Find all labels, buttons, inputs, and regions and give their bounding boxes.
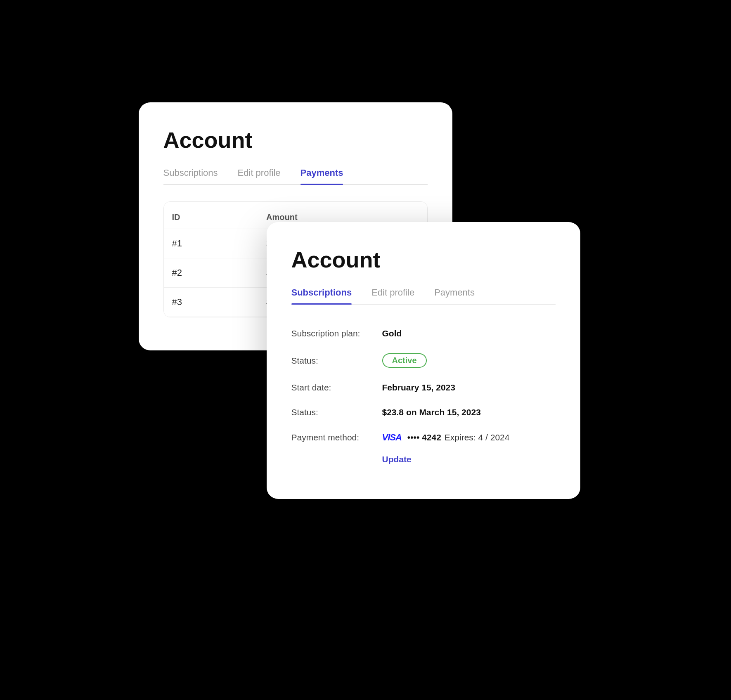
next-billing-value: $23.8 on March 15, 2023: [382, 407, 481, 417]
update-button[interactable]: Update: [382, 453, 412, 466]
status-label: Status:: [291, 356, 382, 366]
front-card-title: Account: [291, 247, 556, 272]
tab-payments-front[interactable]: Payments: [434, 287, 475, 304]
plan-row: Subscription plan: Gold: [291, 321, 556, 346]
update-row: Update: [291, 450, 556, 466]
next-billing-row: Status: $23.8 on March 15, 2023: [291, 400, 556, 425]
back-card-tabs: Subscriptions Edit profile Payments: [163, 168, 428, 185]
next-billing-label: Status:: [291, 407, 382, 417]
front-card: Account Subscriptions Edit profile Payme…: [267, 222, 580, 499]
plan-label: Subscription plan:: [291, 329, 382, 338]
row2-id: #2: [164, 258, 258, 288]
tab-edit-profile-back[interactable]: Edit profile: [238, 168, 281, 184]
start-date-label: Start date:: [291, 383, 382, 393]
payment-method-label: Payment method:: [291, 433, 382, 442]
tab-payments-back[interactable]: Payments: [300, 168, 343, 184]
tab-edit-profile-front[interactable]: Edit profile: [371, 287, 414, 304]
payment-method-value: VISA •••• 4242 Expires: 4 / 2024: [382, 432, 510, 443]
card-number: •••• 4242: [407, 433, 441, 442]
col-id: ID: [164, 206, 258, 229]
start-date-value: February 15, 2023: [382, 383, 455, 393]
tab-subscriptions-front[interactable]: Subscriptions: [291, 287, 352, 304]
row1-id: #1: [164, 229, 258, 258]
tab-subscriptions-back[interactable]: Subscriptions: [163, 168, 218, 184]
row3-id: #3: [164, 288, 258, 317]
visa-icon: VISA: [382, 432, 402, 443]
plan-value: Gold: [382, 329, 402, 338]
status-badge: Active: [382, 353, 427, 368]
back-card-title: Account: [163, 127, 428, 153]
payment-method-row: Payment method: VISA •••• 4242 Expires: …: [291, 425, 556, 450]
subscription-info: Subscription plan: Gold Status: Active S…: [291, 321, 556, 466]
front-card-tabs: Subscriptions Edit profile Payments: [291, 287, 556, 305]
status-row: Status: Active: [291, 346, 556, 375]
start-date-row: Start date: February 15, 2023: [291, 375, 556, 400]
card-expiry: Expires: 4 / 2024: [445, 433, 510, 442]
